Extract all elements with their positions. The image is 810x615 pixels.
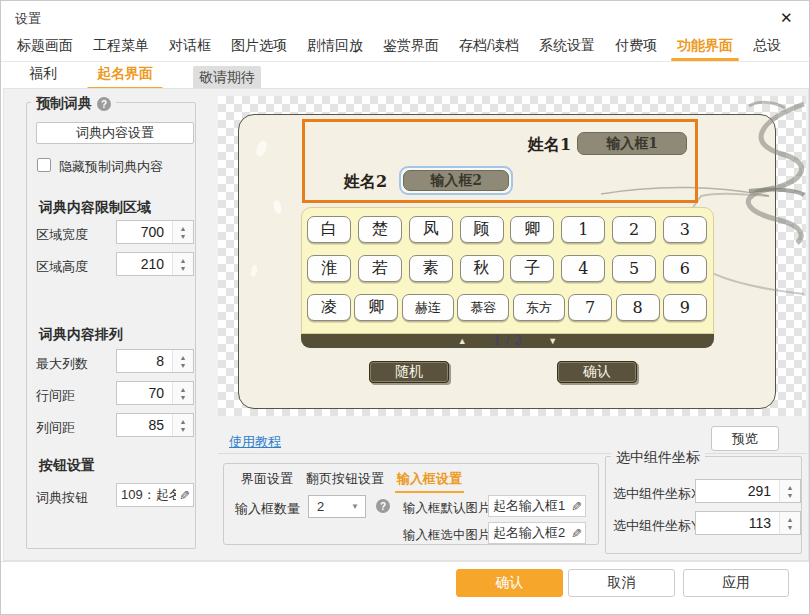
name-key[interactable]: 2	[612, 216, 656, 243]
name2-input-box[interactable]: 输入框2	[403, 170, 509, 191]
name-key[interactable]: 5	[612, 255, 656, 282]
petal-decoration	[254, 139, 268, 158]
name-key[interactable]: 白	[307, 216, 351, 243]
spin-up-icon[interactable]: ▲	[180, 225, 187, 232]
tab-function-ui[interactable]: 功能界面	[677, 37, 733, 61]
edit-icon[interactable]: ✎	[176, 488, 193, 503]
name-key[interactable]: 若	[358, 255, 402, 282]
tab-image-options[interactable]: 图片选项	[231, 37, 287, 61]
name-key[interactable]: 卿	[354, 294, 398, 321]
name-key[interactable]: 凤	[409, 216, 453, 243]
coord-x-spin-buttons[interactable]: ▲▼	[779, 480, 800, 502]
preview-button[interactable]: 预览	[711, 426, 779, 451]
selected-image-field[interactable]: 起名输入框2 ✎	[488, 522, 586, 544]
col-gap-stepper[interactable]: 85 ▲▼	[116, 413, 194, 437]
spin-down-icon[interactable]: ▼	[180, 394, 187, 401]
dict-button-value: 109：起名	[117, 486, 176, 504]
close-icon[interactable]: ✕	[780, 9, 793, 27]
name-key[interactable]: 东方	[513, 294, 565, 321]
selected-image-label: 输入框选中图片	[403, 527, 491, 544]
dict-content-settings-button[interactable]: 词典内容设置	[36, 122, 194, 144]
coord-x-stepper[interactable]: 291 ▲▼	[695, 479, 801, 503]
page-up-icon[interactable]: ▲	[458, 337, 467, 346]
tutorial-link[interactable]: 使用教程	[229, 433, 281, 451]
tab-dialog-box[interactable]: 对话框	[169, 37, 211, 61]
spin-down-icon[interactable]: ▼	[180, 362, 187, 369]
subtab-naming-ui[interactable]: 起名界面	[97, 65, 153, 90]
name-key[interactable]: 慕容	[457, 294, 509, 321]
page-down-icon[interactable]: ▼	[548, 337, 557, 346]
tab-interface-settings[interactable]: 界面设置	[241, 470, 293, 493]
name-key[interactable]: 1	[561, 216, 605, 243]
name-key[interactable]: 卿	[510, 216, 554, 243]
tab-project-menu[interactable]: 工程菜单	[93, 37, 149, 61]
spin-down-icon[interactable]: ▼	[180, 426, 187, 433]
name-key[interactable]: 素	[409, 255, 453, 282]
name1-input-box[interactable]: 输入框1	[577, 132, 687, 155]
row-gap-label: 行间距	[36, 387, 75, 405]
spin-up-icon[interactable]: ▲	[180, 257, 187, 264]
row-gap-spin-buttons[interactable]: ▲▼	[172, 382, 193, 404]
tab-save-load[interactable]: 存档/读档	[459, 37, 519, 61]
name-key[interactable]: 淮	[307, 255, 351, 282]
spin-up-icon[interactable]: ▲	[180, 386, 187, 393]
name-key[interactable]: 8	[616, 294, 660, 321]
max-cols-spin-buttons[interactable]: ▲▼	[172, 350, 193, 372]
area-height-spin-buttons[interactable]: ▲▼	[172, 253, 193, 275]
tab-gallery[interactable]: 鉴赏界面	[383, 37, 439, 61]
row-gap-stepper[interactable]: 70 ▲▼	[116, 381, 194, 405]
name-key[interactable]: 赫连	[402, 294, 454, 321]
random-button[interactable]: 随机	[369, 361, 449, 383]
name-key[interactable]: 6	[663, 255, 707, 282]
dict-button-field[interactable]: 109：起名 ✎	[116, 483, 194, 507]
max-cols-stepper[interactable]: 8 ▲▼	[116, 349, 194, 373]
apply-button[interactable]: 应用	[683, 569, 789, 597]
cancel-button[interactable]: 取消	[568, 569, 675, 597]
edit-icon[interactable]: ✎	[568, 499, 585, 514]
page-indicator: 1 / 2	[493, 334, 522, 348]
coords-legend: 选中组件坐标	[611, 449, 705, 467]
tab-system-settings[interactable]: 系统设置	[539, 37, 595, 61]
area-height-stepper[interactable]: 210 ▲▼	[116, 252, 194, 276]
spin-down-icon[interactable]: ▼	[180, 233, 187, 240]
default-image-field[interactable]: 起名输入框1 ✎	[488, 495, 586, 517]
spin-up-icon[interactable]: ▲	[180, 418, 187, 425]
name-key[interactable]: 4	[561, 255, 605, 282]
tab-title-screen[interactable]: 标题画面	[17, 37, 73, 61]
spin-down-icon[interactable]: ▼	[787, 492, 794, 499]
col-gap-label: 列间距	[36, 419, 75, 437]
name-key[interactable]: 子	[510, 255, 554, 282]
tab-general[interactable]: 总设	[753, 37, 781, 61]
name-key[interactable]: 秋	[460, 255, 504, 282]
spin-down-icon[interactable]: ▼	[180, 265, 187, 272]
area-width-spin-buttons[interactable]: ▲▼	[172, 221, 193, 243]
col-gap-spin-buttons[interactable]: ▲▼	[172, 414, 193, 436]
name-key[interactable]: 顾	[460, 216, 504, 243]
edit-icon[interactable]: ✎	[568, 526, 585, 541]
name-key[interactable]: 楚	[358, 216, 402, 243]
name-key[interactable]: 凌	[307, 294, 351, 321]
subtab-coming-soon[interactable]: 敬请期待	[193, 66, 261, 90]
spin-up-icon[interactable]: ▲	[787, 516, 794, 523]
help-icon[interactable]: ?	[376, 499, 390, 513]
area-width-stepper[interactable]: 700 ▲▼	[116, 220, 194, 244]
confirm-button[interactable]: 确认	[456, 569, 563, 597]
preview-confirm-button[interactable]: 确认	[557, 361, 637, 383]
name-key[interactable]: 3	[663, 216, 707, 243]
tab-story-replay[interactable]: 剧情回放	[307, 37, 363, 61]
name-key[interactable]: 7	[568, 294, 612, 321]
coord-y-spin-buttons[interactable]: ▲▼	[779, 512, 800, 534]
name-key[interactable]: 9	[663, 294, 707, 321]
default-image-value: 起名输入框1	[489, 497, 568, 515]
hide-preset-dict-checkbox[interactable]	[37, 158, 51, 172]
coord-y-stepper[interactable]: 113 ▲▼	[695, 511, 801, 535]
tab-page-button-settings[interactable]: 翻页按钮设置	[306, 470, 384, 493]
tab-paid-items[interactable]: 付费项	[615, 37, 657, 61]
subtab-welfare[interactable]: 福利	[29, 65, 57, 90]
tab-input-box-settings[interactable]: 输入框设置	[397, 470, 462, 493]
spin-down-icon[interactable]: ▼	[787, 524, 794, 531]
input-count-dropdown[interactable]: 2 ▼	[308, 495, 366, 518]
help-icon[interactable]: ?	[97, 97, 111, 111]
spin-up-icon[interactable]: ▲	[180, 354, 187, 361]
spin-up-icon[interactable]: ▲	[787, 484, 794, 491]
